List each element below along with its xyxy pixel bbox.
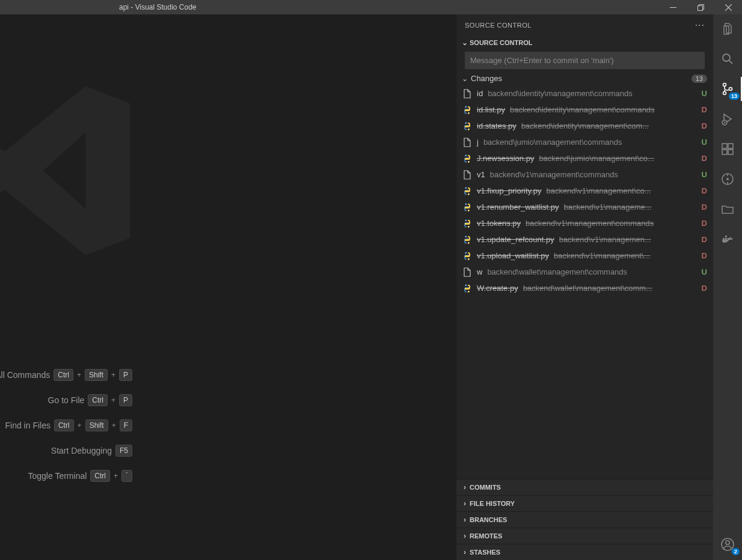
file-name: J.newsession.py	[477, 154, 534, 163]
gitlens-icon	[720, 172, 735, 186]
section-label: COMMITS	[470, 484, 501, 491]
file-path: backend\v1\management\co...	[546, 186, 694, 195]
changed-file-row[interactable]: v1.fixup_priority.pybackend\v1\managemen…	[456, 183, 713, 199]
svg-point-7	[465, 187, 467, 189]
file-name: v1.renumber_waitlist.py	[477, 202, 559, 212]
more-actions-icon[interactable]: ···	[695, 20, 705, 31]
changed-file-row[interactable]: id.states.pybackend\identity\management\…	[456, 118, 713, 134]
svg-point-10	[468, 210, 469, 211]
file-status: D	[699, 186, 707, 195]
keycap: F	[120, 419, 132, 431]
file-path: backend\v1\management\commands	[526, 219, 694, 228]
chevron-right-icon: ›	[460, 483, 470, 492]
svg-point-11	[465, 220, 467, 221]
file-icon	[462, 267, 472, 277]
source-control-tab[interactable]: 13	[719, 81, 736, 97]
gitlens-tab[interactable]	[719, 171, 736, 187]
file-path: backend\jumio\management\commands	[483, 138, 694, 147]
changed-file-row[interactable]: v1.upload_waitlist.pybackend\v1\manageme…	[456, 248, 713, 264]
debug-icon	[720, 112, 735, 126]
scm-badge: 13	[729, 93, 740, 100]
welcome-shortcut-row: Start DebuggingF5	[0, 445, 132, 457]
source-control-section-header[interactable]: ⌄ SOURCE CONTROL	[456, 36, 713, 49]
file-path: backend\identity\management\com...	[521, 121, 694, 130]
keycap: P	[119, 394, 132, 406]
python-file-icon	[462, 202, 472, 212]
keycap: Ctrl	[54, 369, 73, 381]
svg-rect-27	[728, 144, 733, 148]
commit-message-container	[465, 52, 705, 69]
svg-rect-24	[722, 144, 727, 148]
python-file-icon	[462, 121, 472, 131]
file-icon	[462, 170, 472, 180]
keycap: Ctrl	[90, 470, 110, 482]
welcome-shortcut-label: Toggle Terminal	[28, 471, 87, 481]
changes-header[interactable]: ⌄ Changes 13	[456, 73, 713, 85]
svg-point-16	[468, 258, 469, 260]
svg-point-1	[465, 106, 467, 108]
changed-file-row[interactable]: v1.renumber_waitlist.pybackend\v1\manage…	[456, 199, 713, 215]
file-name: v1.update_refcount.py	[477, 235, 554, 244]
changed-file-row[interactable]: v1.tokens.pybackend\v1\management\comman…	[456, 215, 713, 231]
svg-point-19	[723, 54, 730, 61]
scm-section-remotes[interactable]: ›REMOTES	[456, 528, 713, 544]
python-file-icon	[462, 251, 472, 261]
python-file-icon	[462, 219, 472, 228]
svg-rect-30	[723, 238, 725, 240]
activity-bar: 13 2	[713, 14, 742, 560]
run-debug-tab[interactable]	[719, 111, 736, 127]
explorer-tab[interactable]	[719, 20, 736, 37]
file-name: v1.fixup_priority.py	[477, 186, 541, 195]
file-status: D	[699, 121, 707, 130]
changed-file-row[interactable]: wbackend\wallet\management\commandsU	[456, 264, 713, 280]
welcome-shortcut-row: Toggle TerminalCtrl+`	[0, 470, 132, 482]
search-tab[interactable]	[719, 50, 736, 67]
changed-file-row[interactable]: idbackend\identity\management\commandsU	[456, 85, 713, 102]
close-button[interactable]	[714, 0, 742, 14]
welcome-shortcut-row: Go to FileCtrl+P	[0, 394, 132, 406]
chevron-down-icon: ⌄	[460, 75, 470, 83]
changed-file-row[interactable]: W.create.pybackend\wallet\management\com…	[456, 280, 713, 296]
docker-icon	[720, 232, 735, 246]
svg-rect-31	[725, 238, 727, 240]
keycap: Shift	[85, 369, 108, 381]
svg-point-5	[465, 155, 467, 156]
changed-file-row[interactable]: J.newsession.pybackend\jumio\management\…	[456, 150, 713, 166]
commit-message-input[interactable]	[465, 52, 705, 69]
file-name: v1.upload_waitlist.py	[477, 251, 549, 260]
scm-extra-sections: ›COMMITS›FILE HISTORY›BRANCHES›REMOTES›S…	[456, 479, 713, 560]
file-name: id.states.py	[477, 121, 517, 130]
section-label: REMOTES	[470, 532, 502, 540]
scm-section-branches[interactable]: ›BRANCHES	[456, 511, 713, 528]
maximize-button[interactable]	[687, 0, 714, 14]
changed-file-row[interactable]: id.list.pybackend\identity\management\co…	[456, 102, 713, 118]
vscode-logo-icon	[0, 75, 140, 267]
changed-file-row[interactable]: jbackend\jumio\management\commandsU	[456, 134, 713, 150]
file-name: j	[477, 138, 479, 147]
scm-section-commits[interactable]: ›COMMITS	[456, 479, 713, 495]
keycap: F5	[115, 445, 132, 457]
python-file-icon	[462, 284, 472, 293]
svg-point-18	[468, 291, 469, 292]
scm-section-file-history[interactable]: ›FILE HISTORY	[456, 495, 713, 511]
svg-point-3	[465, 123, 467, 124]
changed-file-row[interactable]: v1.update_refcount.pybackend\v1\manageme…	[456, 231, 713, 248]
extensions-tab[interactable]	[719, 141, 736, 157]
project-manager-tab[interactable]	[719, 201, 736, 218]
svg-point-17	[465, 285, 467, 286]
scm-section-stashes[interactable]: ›STASHES	[456, 544, 713, 560]
welcome-shortcuts: Show All CommandsCtrl+Shift+PGo to FileC…	[0, 369, 132, 495]
accounts-tab[interactable]: 2	[719, 536, 736, 553]
changed-file-row[interactable]: v1backend\v1\management\commandsU	[456, 166, 713, 183]
file-path: backend\v1\managemen...	[559, 235, 694, 244]
chevron-down-icon: ⌄	[460, 38, 470, 47]
welcome-shortcut-label: Find in Files	[5, 421, 50, 430]
welcome-shortcut-label: Show All Commands	[0, 370, 50, 380]
file-status: D	[699, 284, 707, 293]
changes-count-badge: 13	[691, 75, 707, 83]
docker-tab[interactable]	[719, 231, 736, 248]
file-name: id	[477, 89, 483, 98]
minimize-button[interactable]	[659, 0, 687, 14]
source-control-panel-header: SOURCE CONTROL ···	[456, 14, 713, 36]
welcome-shortcut-label: Go to File	[48, 395, 85, 405]
